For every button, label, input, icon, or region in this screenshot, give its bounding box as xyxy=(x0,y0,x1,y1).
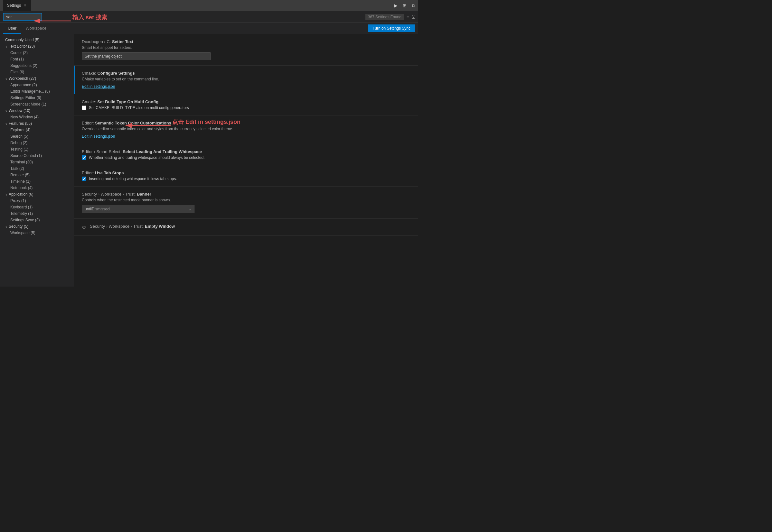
filter-icon[interactable]: ⊻ xyxy=(412,14,415,20)
sidebar-item-label: Settings Sync (3) xyxy=(10,218,40,222)
sidebar-item[interactable]: Debug (2) xyxy=(0,140,74,146)
setting-section: Security › Workspace › Trust: BannerCont… xyxy=(74,187,418,219)
search-input[interactable] xyxy=(3,13,42,21)
split-icon[interactable]: ⧉ xyxy=(412,3,415,8)
sidebar-item[interactable]: ∨Security (5) xyxy=(0,223,74,230)
sidebar-item[interactable]: Commonly Used (5) xyxy=(0,37,74,43)
sidebar-item[interactable]: Explorer (4) xyxy=(0,127,74,133)
sidebar-item[interactable]: Font (1) xyxy=(0,56,74,62)
turn-on-sync-button[interactable]: Turn on Settings Sync xyxy=(368,24,415,32)
sidebar-item[interactable]: Search (5) xyxy=(0,133,74,140)
sidebar-item[interactable]: Timeline (1) xyxy=(0,178,74,185)
chevron-icon: ∨ xyxy=(5,225,7,228)
sidebar-item-label: Source Control (1) xyxy=(10,153,42,158)
titlebar: Settings × ▶ ⊞ ⧉ xyxy=(0,0,418,11)
sidebar-item[interactable]: Appearance (2) xyxy=(0,82,74,88)
sidebar-item-label: Proxy (1) xyxy=(10,198,26,203)
sidebar-item[interactable]: Task (2) xyxy=(0,165,74,172)
play-icon[interactable]: ▶ xyxy=(394,3,398,8)
sidebar-item[interactable]: Notebook (4) xyxy=(0,185,74,191)
sidebar-item-label: Telemetry (1) xyxy=(10,211,33,216)
tabs-row: User Workspace Turn on Settings Sync xyxy=(0,23,418,34)
setting-checkbox[interactable] xyxy=(82,177,86,181)
search-count-area: 367 Settings Found ≡ ⊻ xyxy=(365,14,415,20)
sidebar-item[interactable]: Source Control (1) xyxy=(0,152,74,159)
sidebar-item-label: Settings Editor (6) xyxy=(10,96,41,100)
sidebar-item[interactable]: Terminal (30) xyxy=(0,159,74,165)
sidebar-item[interactable]: ∨Application (6) xyxy=(0,191,74,197)
sidebar-item-label: Remote (5) xyxy=(10,173,30,177)
setting-section: Cmake: Configure SettingsCMake variables… xyxy=(74,66,418,94)
setting-description: CMake variables to set on the command li… xyxy=(82,77,410,81)
search-bar: 367 Settings Found ≡ ⊻ xyxy=(0,11,418,23)
sidebar-item[interactable]: Workspace (5) xyxy=(0,230,74,236)
sidebar-item[interactable]: Editor Manageme... (8) xyxy=(0,88,74,95)
sidebar-item-label: Suggestions (2) xyxy=(10,63,37,68)
setting-description: Overrides editor semantic token color an… xyxy=(82,127,410,131)
chevron-icon: ∨ xyxy=(5,77,7,80)
sidebar-item-label: Workbench (27) xyxy=(9,76,36,81)
setting-section: ⚙Security › Workspace › Trust: Empty Win… xyxy=(74,219,418,236)
app-wrapper: Settings × ▶ ⊞ ⧉ 367 Settings Found ≡ ⊻ … xyxy=(0,0,418,288)
sidebar-item[interactable]: Telemetry (1) xyxy=(0,210,74,217)
gear-icon: ⚙ xyxy=(82,225,86,230)
sidebar-item-label: Debug (2) xyxy=(10,141,27,145)
sidebar-item-label: Testing (1) xyxy=(10,147,28,151)
tab-user[interactable]: User xyxy=(3,23,21,34)
sidebar-item-label: Keyboard (1) xyxy=(10,205,32,209)
setting-title: Cmake: Configure Settings xyxy=(82,71,410,76)
setting-title: Doxdocgen › C: Setter Text xyxy=(82,39,410,44)
setting-title: Security › Workspace › Trust: Banner xyxy=(82,192,410,197)
sidebar-item-label: Window (10) xyxy=(9,108,30,113)
close-icon[interactable]: × xyxy=(23,3,27,8)
setting-description: Controls when the restricted mode banner… xyxy=(82,198,410,202)
tabs-left: User Workspace xyxy=(3,23,51,34)
sidebar-item[interactable]: Remote (5) xyxy=(0,172,74,178)
sidebar-item[interactable]: Keyboard (1) xyxy=(0,204,74,210)
sidebar-item-label: Cursor (2) xyxy=(10,50,28,55)
sidebar-item-label: New Window (4) xyxy=(10,115,39,119)
sidebar-item[interactable]: ∨Window (10) xyxy=(0,107,74,114)
sidebar-item-label: Notebook (4) xyxy=(10,186,32,190)
checkbox-row: Whether leading and trailing whitespace … xyxy=(82,155,410,160)
sidebar-item[interactable]: Cursor (2) xyxy=(0,50,74,56)
sidebar-item[interactable]: ∨Features (55) xyxy=(0,120,74,127)
chevron-icon: ∨ xyxy=(5,45,7,48)
sidebar-item[interactable]: New Window (4) xyxy=(0,114,74,120)
sidebar-item-label: Files (6) xyxy=(10,70,24,74)
settings-tab[interactable]: Settings × xyxy=(3,0,31,11)
sidebar-item[interactable]: ∨Workbench (27) xyxy=(0,75,74,82)
chevron-icon: ∨ xyxy=(5,193,7,196)
sidebar-item[interactable]: Testing (1) xyxy=(0,146,74,152)
gear-row: ⚙Security › Workspace › Trust: Empty Win… xyxy=(82,224,410,230)
sidebar-item-label: Features (55) xyxy=(9,121,32,126)
setting-checkbox[interactable] xyxy=(82,155,86,160)
titlebar-right: ▶ ⊞ ⧉ xyxy=(394,3,415,8)
setting-title: Cmake: Set Build Type On Multi Config xyxy=(82,99,410,104)
sidebar-item[interactable]: Screencast Mode (1) xyxy=(0,101,74,107)
checkbox-label: Inserting and deleting whitespace follow… xyxy=(89,177,177,181)
sidebar-item[interactable]: Suggestions (2) xyxy=(0,62,74,69)
setting-section: Doxdocgen › C: Setter TextSmart text sni… xyxy=(74,34,418,66)
sidebar-item[interactable]: ∨Text Editor (23) xyxy=(0,43,74,50)
checkbox-row: Set CMAKE_BUILD_TYPE also on multi confi… xyxy=(82,105,410,110)
setting-title: Editor › Smart Select: Select Leading An… xyxy=(82,149,410,154)
sidebar-item[interactable]: Settings Sync (3) xyxy=(0,217,74,223)
sidebar-item[interactable]: Files (6) xyxy=(0,69,74,75)
tab-workspace[interactable]: Workspace xyxy=(21,23,51,34)
sidebar-item-label: Text Editor (23) xyxy=(9,44,35,49)
list-icon[interactable]: ≡ xyxy=(407,14,409,20)
setting-select[interactable]: untilDismissedalwaysnever xyxy=(82,205,195,213)
sidebar-item[interactable]: Proxy (1) xyxy=(0,197,74,204)
sidebar-item-label: Task (2) xyxy=(10,166,24,171)
setting-checkbox[interactable] xyxy=(82,105,86,110)
layout-icon[interactable]: ⊞ xyxy=(403,3,407,8)
edit-in-settings-link[interactable]: Edit in settings.json xyxy=(82,134,115,139)
setting-section: Editor: Use Tab StopsInserting and delet… xyxy=(74,165,418,187)
setting-text-input[interactable] xyxy=(82,52,211,60)
setting-section: Cmake: Set Build Type On Multi ConfigSet… xyxy=(74,94,418,115)
edit-in-settings-link[interactable]: Edit in settings.json xyxy=(82,84,115,89)
sidebar-item[interactable]: Settings Editor (6) xyxy=(0,95,74,101)
main-layout: Commonly Used (5)∨Text Editor (23)Cursor… xyxy=(0,34,418,287)
setting-description: Smart text snippet for setters. xyxy=(82,45,410,50)
